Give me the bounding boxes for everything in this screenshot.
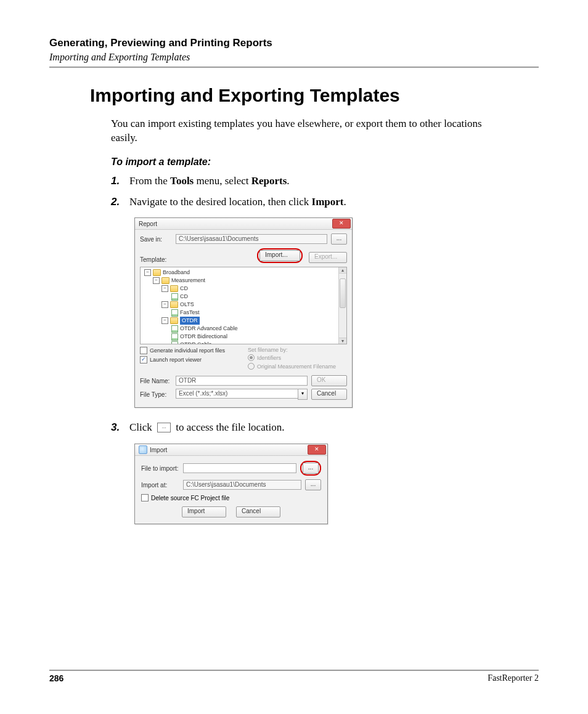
step3-pre: Click — [129, 421, 155, 433]
page-heading: Importing and Exporting Templates — [90, 85, 539, 106]
app-icon — [139, 445, 147, 454]
figure-import-dialog: Import ✕ File to import: ... Import at: … — [134, 444, 539, 524]
template-tree[interactable]: −Broadband −Measurement −CD CD −OLTS Fas… — [140, 267, 347, 344]
folder-icon — [170, 301, 178, 308]
report-icon — [171, 341, 178, 345]
chevron-down-icon[interactable]: ▾ — [298, 389, 308, 400]
import-cancel-button[interactable]: Cancel — [236, 506, 280, 517]
delete-source-label: Delete source FC Project file — [151, 495, 229, 501]
browse-save-in-button[interactable]: ... — [331, 233, 347, 245]
step-number: 1. — [111, 175, 129, 187]
tree-node-measurement[interactable]: Measurement — [171, 277, 205, 285]
import-dialog: Import ✕ File to import: ... Import at: … — [134, 444, 328, 524]
file-type-value: Excel (*.xls;*.xlsx) — [176, 389, 298, 399]
tree-leaf-otdr-bidir[interactable]: OTDR Bidirectional — [180, 333, 227, 341]
browse-icon-inline: ... — [157, 423, 171, 432]
file-type-label: File Type: — [140, 391, 172, 398]
tree-leaf-otdr-cable[interactable]: OTDR Cable — [180, 341, 212, 344]
expander-icon[interactable]: − — [161, 317, 168, 324]
ok-button[interactable]: OK — [311, 375, 347, 386]
step3-post: to access the file location. — [173, 421, 284, 433]
step2-pre: Navigate to the desired location, then c… — [129, 196, 312, 208]
report-icon — [171, 325, 178, 333]
file-name-field[interactable]: OTDR — [176, 376, 308, 386]
expander-icon[interactable]: − — [161, 301, 168, 308]
step-number: 2. — [111, 196, 129, 208]
identifiers-radio[interactable] — [248, 354, 255, 361]
save-in-field[interactable]: C:\Users\jsasau1\Documents — [176, 234, 327, 244]
chapter-title: Generating, Previewing and Printing Repo… — [49, 37, 539, 49]
expander-icon[interactable]: − — [161, 285, 168, 292]
step-number: 3. — [111, 421, 129, 434]
dialog-titlebar[interactable]: Import ✕ — [135, 444, 327, 456]
file-type-combo[interactable]: Excel (*.xls;*.xlsx) ▾ — [176, 389, 308, 400]
import-button[interactable]: Import... — [259, 250, 300, 261]
import-confirm-button[interactable]: Import — [182, 506, 226, 517]
browse-file-button[interactable]: ... — [303, 463, 319, 474]
intro-paragraph: You can import existing templates you ha… — [111, 117, 505, 145]
file-to-import-field[interactable] — [183, 463, 296, 473]
step-3: 3. Click ... to access the file location… — [111, 420, 539, 435]
step1-bold2: Reports — [251, 175, 287, 187]
tree-leaf-otdr-adv[interactable]: OTDR Advanced Cable — [180, 325, 238, 333]
generate-files-label: Generate individual report files — [150, 347, 225, 354]
identifiers-label: Identifiers — [257, 355, 281, 361]
step2-bold1: Import — [312, 196, 344, 208]
expander-icon[interactable]: − — [144, 269, 151, 276]
report-icon — [171, 333, 178, 341]
folder-icon — [170, 285, 178, 292]
scrollbar[interactable] — [338, 267, 346, 344]
step1-bold1: Tools — [170, 175, 194, 187]
tree-node-broadband[interactable]: Broadband — [163, 269, 190, 277]
browse-import-at-button[interactable]: ... — [305, 479, 321, 490]
folder-icon — [153, 269, 161, 276]
folder-icon — [161, 277, 169, 284]
original-filename-label: Original Measurement Filename — [257, 363, 336, 370]
step1-mid: menu, select — [194, 175, 251, 187]
scrollbar-thumb[interactable] — [340, 278, 346, 308]
report-dialog: Report ✕ Save in: C:\Users\jsasau1\Docum… — [134, 217, 353, 408]
header-divider — [49, 67, 539, 68]
close-icon[interactable]: ✕ — [308, 445, 326, 455]
page-number: 286 — [49, 673, 63, 683]
launch-viewer-checkbox[interactable]: ✓ — [140, 356, 147, 363]
file-to-import-label: File to import: — [141, 465, 179, 472]
cancel-button[interactable]: Cancel — [311, 389, 347, 400]
step2-post: . — [343, 196, 346, 208]
dialog-title: Report — [139, 221, 332, 227]
section-subtitle: Importing and Exporting Templates — [49, 52, 539, 63]
folder-icon — [170, 317, 178, 324]
dialog-titlebar[interactable]: Report ✕ — [135, 218, 352, 230]
original-filename-radio[interactable] — [248, 363, 255, 370]
save-in-label: Save in: — [140, 236, 172, 243]
step1-post: . — [287, 175, 289, 187]
import-highlight-circle: Import... — [257, 248, 303, 263]
report-icon — [171, 293, 178, 301]
delete-source-checkbox[interactable] — [141, 494, 149, 501]
step1-pre: From the — [129, 175, 170, 187]
report-icon — [171, 309, 178, 317]
set-filename-title: Set filename by: — [248, 347, 347, 353]
import-at-field[interactable]: C:\Users\jsasau1\Documents — [183, 480, 301, 490]
footer-divider — [49, 670, 539, 671]
tree-node-otdr-selected[interactable]: OTDR — [180, 317, 200, 325]
template-label: Template: — [140, 256, 172, 263]
expander-icon[interactable]: − — [153, 277, 160, 284]
tree-leaf-cd[interactable]: CD — [180, 293, 188, 301]
generate-files-checkbox[interactable] — [140, 347, 147, 354]
tree-node-cd[interactable]: CD — [180, 285, 188, 293]
launch-viewer-label: Launch report viewer — [150, 357, 202, 363]
tree-leaf-fastest[interactable]: FasTest — [180, 309, 200, 317]
close-icon[interactable]: ✕ — [332, 219, 351, 229]
tree-node-olts[interactable]: OLTS — [180, 301, 194, 309]
figure-report-dialog: Report ✕ Save in: C:\Users\jsasau1\Docum… — [134, 217, 539, 408]
export-button[interactable]: Export... — [309, 252, 347, 263]
file-name-label: File Name: — [140, 378, 172, 384]
step-1: 1. From the Tools menu, select Reports. — [111, 174, 539, 189]
import-at-label: Import at: — [141, 482, 179, 489]
product-name: FastReporter 2 — [488, 673, 539, 683]
dialog-title: Import — [150, 447, 308, 453]
step-2: 2. Navigate to the desired location, the… — [111, 195, 539, 209]
browse-highlight-circle: ... — [300, 461, 321, 476]
procedure-heading: To import a template: — [111, 156, 539, 168]
